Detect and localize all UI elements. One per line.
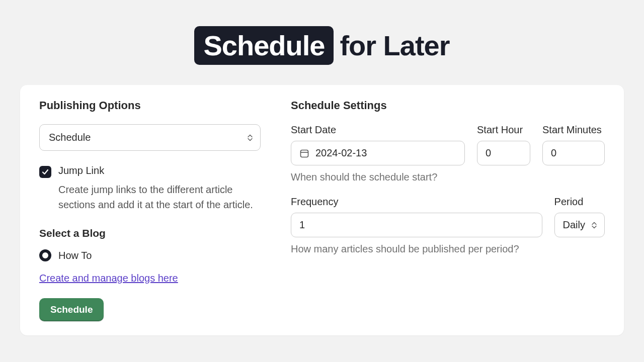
jump-link-option: Jump Link xyxy=(39,165,261,178)
manage-blogs-link[interactable]: Create and manage blogs here xyxy=(39,273,178,284)
frequency-input[interactable]: 1 xyxy=(291,213,542,237)
period-value: Daily xyxy=(554,213,605,237)
page-title: Schedulefor Later xyxy=(194,26,449,65)
frequency-row: Frequency 1 Period Daily xyxy=(291,196,605,237)
start-hour-field: Start Hour 0 xyxy=(477,124,530,165)
blog-radio[interactable] xyxy=(39,249,51,261)
start-hour-input[interactable]: 0 xyxy=(477,141,530,165)
period-field: Period Daily xyxy=(554,196,605,237)
svg-rect-0 xyxy=(301,150,308,157)
page-header: Schedulefor Later xyxy=(0,0,644,85)
check-icon xyxy=(42,168,49,175)
title-badge: Schedule xyxy=(194,26,334,65)
frequency-help: How many articles should be published pe… xyxy=(291,243,605,255)
publishing-options-title: Publishing Options xyxy=(39,99,261,112)
jump-link-checkbox[interactable] xyxy=(39,166,51,178)
start-date-label: Start Date xyxy=(291,124,465,136)
settings-card: Publishing Options Schedule Jump Link Cr… xyxy=(20,85,624,335)
start-minutes-input[interactable]: 0 xyxy=(542,141,605,165)
schedule-settings-column: Schedule Settings Start Date 2024-02-13 … xyxy=(291,99,605,321)
calendar-icon xyxy=(299,148,309,158)
publish-mode-value: Schedule xyxy=(39,124,261,151)
frequency-field: Frequency 1 xyxy=(291,196,542,237)
jump-link-description: Create jump links to the different artic… xyxy=(58,182,261,212)
title-suffix: for Later xyxy=(334,30,449,61)
blog-radio-label: How To xyxy=(58,250,92,261)
start-minutes-label: Start Minutes xyxy=(542,124,605,136)
select-blog-title: Select a Blog xyxy=(39,227,261,239)
start-date-field: Start Date 2024-02-13 xyxy=(291,124,465,165)
blog-option-row: How To xyxy=(39,249,261,261)
start-minutes-field: Start Minutes 0 xyxy=(542,124,605,165)
publish-mode-select[interactable]: Schedule xyxy=(39,124,261,151)
period-label: Period xyxy=(554,196,605,208)
schedule-button[interactable]: Schedule xyxy=(39,298,104,321)
schedule-settings-title: Schedule Settings xyxy=(291,99,605,112)
start-hour-label: Start Hour xyxy=(477,124,530,136)
publishing-options-column: Publishing Options Schedule Jump Link Cr… xyxy=(39,99,261,321)
start-date-help: When should the schedule start? xyxy=(291,171,605,183)
period-select[interactable]: Daily xyxy=(554,213,605,237)
start-datetime-row: Start Date 2024-02-13 Start Hour 0 Start… xyxy=(291,124,605,165)
start-date-value: 2024-02-13 xyxy=(315,147,367,159)
frequency-label: Frequency xyxy=(291,196,542,208)
jump-link-label: Jump Link xyxy=(58,165,104,176)
start-date-input[interactable]: 2024-02-13 xyxy=(291,141,465,165)
